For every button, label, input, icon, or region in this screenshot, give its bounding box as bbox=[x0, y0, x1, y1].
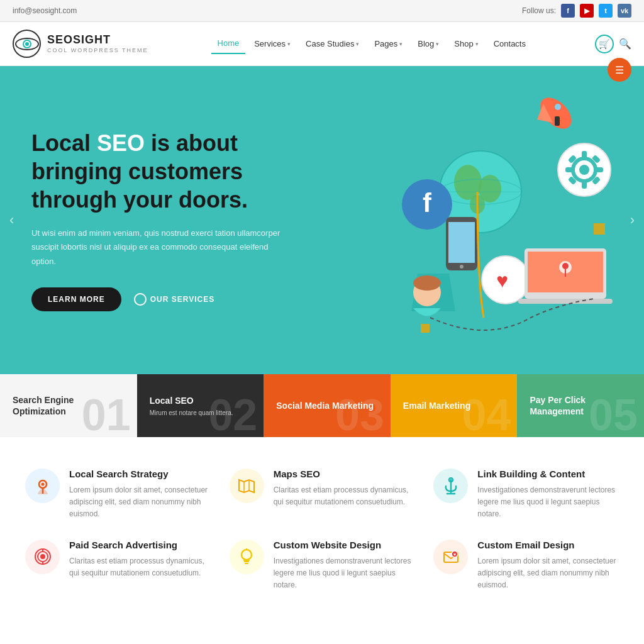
svg-point-50 bbox=[40, 554, 45, 559]
service-card-website: Custom Website Design Investigationes de… bbox=[230, 540, 415, 592]
hero-buttons: LEARN MORE OUR SERVICES bbox=[31, 287, 303, 311]
maps-seo-desc: Claritas est etiam processus dynamicus, … bbox=[274, 484, 415, 508]
service-title-ppc: Pay Per Click Management bbox=[530, 394, 631, 417]
services-bar: Search Engine Optimization 01 Local SEO … bbox=[0, 374, 644, 437]
local-search-icon bbox=[25, 469, 60, 503]
nav-contacts[interactable]: Contacts bbox=[487, 34, 532, 53]
svg-point-53 bbox=[242, 550, 252, 560]
top-bar: info@seosight.com Follow us: f ▶ t vk bbox=[0, 0, 644, 22]
link-building-title: Link Building & Content bbox=[477, 469, 619, 479]
menu-fab-button[interactable]: ☰ bbox=[608, 58, 631, 82]
paid-search-content: Paid Search Advertising Claritas est eti… bbox=[69, 540, 211, 579]
website-design-title: Custom Website Design bbox=[274, 540, 415, 550]
svg-rect-2 bbox=[555, 116, 560, 126]
logo-subtitle: COOL WORDPRESS THEME bbox=[47, 47, 148, 54]
nav-case-studies[interactable]: Case Studies ▾ bbox=[299, 34, 365, 53]
service-card-paid: Paid Search Advertising Claritas est eti… bbox=[25, 540, 211, 592]
cart-button[interactable]: 🛒 bbox=[595, 35, 614, 53]
main-nav: Home Services ▾ Case Studies ▾ Pages ▾ B… bbox=[211, 33, 532, 54]
logo-title: SEOSIGHT bbox=[47, 33, 148, 47]
paid-search-title: Paid Search Advertising bbox=[69, 540, 211, 550]
service-title-local: Local SEO bbox=[150, 395, 252, 406]
svg-point-3 bbox=[555, 104, 561, 110]
nav-blog[interactable]: Blog ▾ bbox=[411, 34, 445, 53]
hero-section: ‹ Local SEO is about bringing customers … bbox=[0, 66, 644, 374]
follow-label: Follow us: bbox=[522, 6, 556, 15]
svg-point-42 bbox=[41, 482, 44, 486]
facebook-icon[interactable]: f bbox=[561, 4, 575, 18]
service-title-social: Social Media Marketing bbox=[276, 400, 378, 411]
service-item-social[interactable]: Social Media Marketing 03 bbox=[264, 374, 391, 437]
hero-title: Local SEO is about bringing customers th… bbox=[31, 129, 303, 214]
svg-rect-31 bbox=[582, 181, 587, 189]
search-button[interactable]: 🔍 bbox=[619, 38, 631, 50]
email-design-content: Custom Email Design Lorem ipsum dolor si… bbox=[477, 540, 619, 592]
maps-seo-icon bbox=[230, 469, 264, 503]
svg-point-20 bbox=[413, 275, 441, 291]
svg-rect-30 bbox=[582, 151, 587, 158]
hero-arrow-right[interactable]: › bbox=[630, 212, 635, 228]
service-item-local-seo[interactable]: Local SEO Mirum est notare quam littera.… bbox=[137, 374, 264, 437]
service-item-email[interactable]: Email Marketing 04 bbox=[391, 374, 518, 437]
hero-arrow-left[interactable]: ‹ bbox=[9, 212, 14, 228]
website-design-content: Custom Website Design Investigationes de… bbox=[274, 540, 415, 592]
hero-content: Local SEO is about bringing customers th… bbox=[0, 91, 335, 348]
svg-point-24 bbox=[562, 263, 569, 269]
website-design-icon bbox=[230, 540, 264, 574]
svg-rect-39 bbox=[594, 223, 605, 235]
social-icons: Follow us: f ▶ t vk bbox=[522, 4, 631, 18]
logo-icon bbox=[13, 30, 41, 58]
svg-text:♥: ♥ bbox=[496, 269, 508, 292]
nav-shop[interactable]: Shop ▾ bbox=[448, 34, 484, 53]
services-grid: Local Search Strategy Lorem ipsum dolor … bbox=[25, 469, 619, 591]
local-search-title: Local Search Strategy bbox=[69, 469, 211, 479]
service-subtitle-local: Mirum est notare quam littera. bbox=[150, 409, 252, 416]
paid-search-icon bbox=[25, 540, 60, 574]
nav-home[interactable]: Home bbox=[211, 33, 246, 54]
service-card-maps: Maps SEO Claritas est etiam processus dy… bbox=[230, 469, 415, 521]
svg-point-15 bbox=[460, 265, 464, 269]
maps-seo-content: Maps SEO Claritas est etiam processus dy… bbox=[274, 469, 415, 508]
our-services-button[interactable]: OUR SERVICES bbox=[134, 293, 214, 306]
services-section: Local Search Strategy Lorem ipsum dolor … bbox=[0, 437, 644, 623]
email-design-icon: ♥ bbox=[433, 540, 468, 574]
hero-illustration: f ♥ bbox=[323, 79, 625, 368]
service-title-email: Email Marketing bbox=[403, 400, 505, 411]
local-search-desc: Lorem ipsum dolor sit amet, consectetuer… bbox=[69, 484, 211, 521]
logo[interactable]: SEOSIGHT COOL WORDPRESS THEME bbox=[13, 30, 148, 58]
logo-text: SEOSIGHT COOL WORDPRESS THEME bbox=[47, 33, 148, 53]
svg-rect-33 bbox=[596, 167, 603, 172]
nav-icons: 🛒 🔍 bbox=[595, 35, 631, 53]
svg-rect-14 bbox=[448, 222, 475, 263]
email-design-desc: Lorem ipsum dolor sit amet, consectetuer… bbox=[477, 555, 619, 592]
svg-marker-44 bbox=[239, 480, 254, 492]
nav-services[interactable]: Services ▾ bbox=[248, 34, 297, 53]
vk-icon[interactable]: vk bbox=[618, 4, 631, 18]
link-building-icon bbox=[433, 469, 468, 503]
svg-text:♥: ♥ bbox=[453, 552, 456, 557]
service-card-link: Link Building & Content Investigationes … bbox=[433, 469, 619, 521]
youtube-icon[interactable]: ▶ bbox=[580, 4, 594, 18]
service-item-seo[interactable]: Search Engine Optimization 01 bbox=[0, 374, 137, 437]
svg-rect-32 bbox=[565, 167, 573, 172]
website-design-desc: Investigationes demonstraverunt lectores… bbox=[274, 555, 415, 592]
link-building-desc: Investigationes demonstraverunt lectores… bbox=[477, 484, 619, 521]
maps-seo-title: Maps SEO bbox=[274, 469, 415, 479]
link-building-content: Link Building & Content Investigationes … bbox=[477, 469, 619, 521]
service-card-email: ♥ Custom Email Design Lorem ipsum dolor … bbox=[433, 540, 619, 592]
svg-rect-40 bbox=[421, 324, 430, 333]
service-title-seo: Search Engine Optimization bbox=[13, 394, 125, 417]
twitter-icon[interactable]: t bbox=[599, 4, 613, 18]
nav-pages[interactable]: Pages ▾ bbox=[368, 34, 409, 53]
header: SEOSIGHT COOL WORDPRESS THEME Home Servi… bbox=[0, 22, 644, 66]
svg-point-38 bbox=[547, 219, 552, 225]
svg-point-29 bbox=[579, 165, 589, 175]
service-item-ppc[interactable]: Pay Per Click Management 05 bbox=[517, 374, 644, 437]
svg-rect-26 bbox=[518, 299, 613, 304]
hero-description: Ut wisi enim ad minim veniam, quis nostr… bbox=[31, 226, 283, 268]
email-design-title: Custom Email Design bbox=[477, 540, 619, 550]
svg-text:f: f bbox=[423, 188, 432, 218]
learn-more-button[interactable]: LEARN MORE bbox=[31, 287, 121, 311]
contact-email: info@seosight.com bbox=[13, 6, 77, 15]
paid-search-desc: Claritas est etiam processus dynamicus, … bbox=[69, 555, 211, 579]
